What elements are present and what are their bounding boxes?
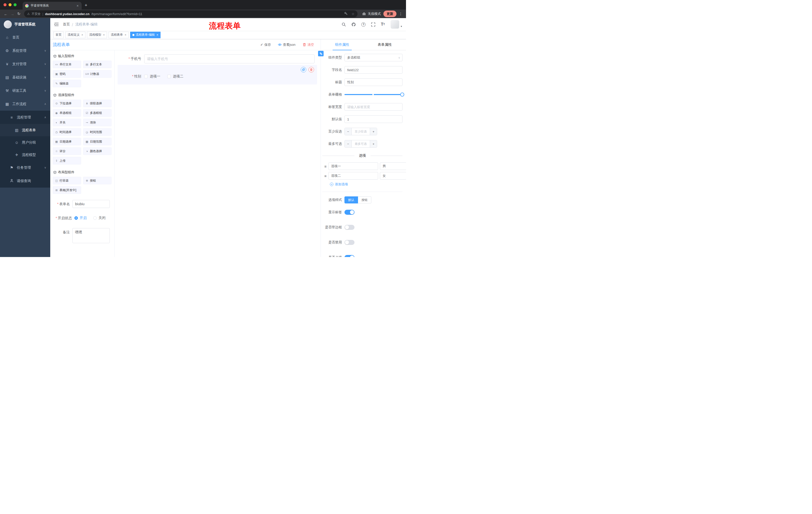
drag-handle-icon[interactable]: ≡ [324, 164, 327, 168]
tab-component-props[interactable]: 组件属性 [321, 39, 364, 50]
sidebar-item-system[interactable]: ⚙ 系统管理 ∨ [0, 44, 50, 57]
gender-option-1[interactable]: 选项一 [144, 74, 160, 79]
remark-textarea[interactable]: 嘿嘿 [72, 228, 110, 243]
option-2-value-input[interactable] [380, 172, 406, 180]
phone-input[interactable] [144, 54, 315, 63]
reload-icon[interactable]: ↻ [16, 11, 22, 16]
browser-tab[interactable]: 芋道管理系统 × [23, 2, 82, 9]
url-bar[interactable]: ⚠ 不安全 | dashboard.yudao.iocoder.cn /bpm/… [24, 10, 357, 17]
sidebar-item-home[interactable]: ⌂ 首页 [0, 31, 50, 44]
component-color-picker[interactable]: ◑颜色选择 [83, 147, 112, 155]
minimize-window-button[interactable] [8, 3, 11, 6]
style-default-button[interactable]: 默认 [344, 196, 358, 204]
tab-close-icon[interactable]: × [76, 4, 79, 8]
browser-menu-icon[interactable]: ⋮ [399, 12, 403, 16]
component-radio-group[interactable]: ◉单选框组 [53, 109, 81, 117]
sidebar-toggle-icon[interactable] [50, 22, 63, 26]
github-icon[interactable] [351, 22, 356, 27]
component-multi-text[interactable]: ▤多行文本 [83, 61, 112, 68]
link-button[interactable] [318, 51, 324, 56]
sidebar-item-devtools[interactable]: ⚒ 研发工具 ∨ [0, 84, 50, 97]
style-button-button[interactable]: 按钮 [358, 196, 371, 204]
component-date-range[interactable]: ▩日期范围 [83, 138, 112, 145]
new-tab-button[interactable]: + [85, 3, 87, 8]
forward-icon[interactable]: → [9, 12, 16, 16]
option-1-label-input[interactable] [328, 162, 378, 170]
fullscreen-icon[interactable] [371, 22, 375, 27]
show-label-switch[interactable] [344, 210, 354, 215]
component-table[interactable]: ⊞表格[开发中] [53, 186, 81, 194]
tag-close-icon[interactable]: × [81, 33, 83, 37]
tag-home[interactable]: 首页 [53, 32, 64, 38]
tag-process-form[interactable]: 流程表单 × [109, 32, 128, 38]
save-button[interactable]: ✓ 保存 [260, 43, 271, 47]
decrease-button[interactable]: − [345, 128, 352, 135]
zoom-window-button[interactable] [13, 3, 17, 6]
component-time-range[interactable]: ◶时间范围 [83, 128, 112, 136]
component-button[interactable]: ⊕按钮 [83, 177, 112, 184]
component-checkbox-group[interactable]: ☑多选框组 [83, 109, 112, 117]
sidebar-item-infra[interactable]: ▤ 基础设施 ∨ [0, 71, 50, 84]
sidebar-item-leave-query[interactable]: 请假查询 [0, 174, 50, 188]
form-name-input[interactable] [72, 200, 110, 208]
title-input[interactable] [344, 78, 403, 86]
sidebar-item-task-mgmt[interactable]: ⚑ 任务管理 ∨ [0, 161, 50, 174]
delete-field-button[interactable] [309, 67, 314, 73]
tag-process-form-edit[interactable]: 流程表单-编辑 × [130, 32, 161, 38]
slider-handle[interactable] [400, 92, 404, 97]
update-button[interactable]: 更新 [383, 10, 397, 17]
help-icon[interactable]: ? [361, 22, 366, 27]
field-phone[interactable]: 手机号 [118, 54, 317, 63]
status-radio-off[interactable]: 关闭 [93, 216, 106, 220]
increase-button[interactable]: + [370, 128, 377, 135]
tag-process-model[interactable]: 流程模型 × [87, 32, 107, 38]
component-type-select[interactable]: 多选框组 ∨ [344, 54, 403, 61]
tag-process-definition[interactable]: 流程定义 × [65, 32, 85, 38]
component-upload[interactable]: ⇪上传 [53, 157, 81, 164]
avatar-caret-icon[interactable]: ▾ [401, 25, 402, 28]
sidebar-item-payment[interactable]: ¥ 支付管理 ∨ [0, 57, 50, 71]
component-date-picker[interactable]: ▦日期选择 [53, 138, 81, 145]
required-switch[interactable] [344, 255, 354, 257]
back-icon[interactable]: ← [2, 12, 9, 16]
breadcrumb-home[interactable]: 首页 [63, 22, 70, 27]
close-window-button[interactable] [3, 3, 6, 6]
password-key-icon[interactable] [344, 12, 348, 16]
form-canvas[interactable]: 手机号 [115, 50, 321, 257]
slider-track[interactable] [344, 94, 403, 95]
sidebar-item-process-mgmt[interactable]: ≡ 流程管理 ∧ [0, 111, 50, 124]
component-password[interactable]: ▣密码 [53, 70, 81, 78]
field-gender-selected[interactable]: 性别 选项一 选项二 [118, 65, 317, 84]
component-editor[interactable]: ✎编辑器 [53, 80, 81, 87]
label-width-input[interactable] [344, 103, 403, 111]
app-logo[interactable]: 芋道管理系统 [0, 18, 50, 31]
grid-slider[interactable] [344, 91, 403, 98]
option-1-value-input[interactable] [380, 162, 406, 170]
decrease-button[interactable]: − [345, 140, 352, 147]
clear-button[interactable]: 清空 [302, 43, 314, 47]
font-size-icon[interactable]: TT [381, 22, 385, 26]
component-counter[interactable]: 123计数器 [83, 70, 112, 78]
component-switch[interactable]: ◐开关 [53, 119, 81, 126]
view-json-button[interactable]: 查看json [278, 43, 295, 47]
component-cascader[interactable]: ⋔级联选择 [83, 100, 112, 107]
component-rate[interactable]: ☆评分 [53, 147, 81, 155]
add-option-button[interactable]: + 添加选项 [330, 182, 403, 187]
tag-close-icon[interactable]: × [125, 33, 126, 37]
component-select[interactable]: ⊙下拉选择 [53, 100, 81, 107]
checkbox[interactable] [167, 75, 171, 78]
sidebar-item-user-group[interactable]: ☺ 用户分组 [0, 136, 50, 148]
bookmark-star-icon[interactable]: ☆ [351, 12, 354, 16]
checkbox[interactable] [144, 75, 148, 78]
default-value-input[interactable] [344, 115, 403, 123]
tag-close-icon[interactable]: × [156, 33, 158, 37]
avatar[interactable] [391, 20, 399, 29]
sidebar-item-process-form[interactable]: ▥ 流程表单 [0, 124, 50, 136]
drag-handle-icon[interactable]: ≡ [324, 174, 327, 178]
component-time-picker[interactable]: ◷时间选择 [53, 128, 81, 136]
sidebar-item-process-model[interactable]: ✈ 流程模型 [0, 148, 50, 161]
component-row-container[interactable]: ◫行容器 [53, 177, 81, 184]
disabled-switch[interactable] [344, 240, 354, 245]
status-radio-on[interactable]: 开启 [75, 216, 87, 220]
border-switch[interactable] [344, 225, 354, 230]
